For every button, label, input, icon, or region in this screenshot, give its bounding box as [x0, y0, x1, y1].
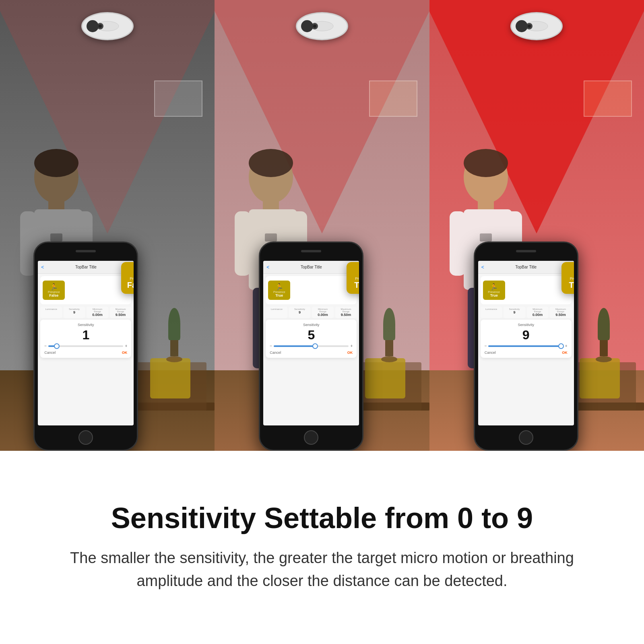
panel-3-phone-screen: < TopBar Title 🏃 Presence True 🏃 — [478, 261, 574, 425]
panel-2-slider-track[interactable] — [274, 345, 349, 347]
panel-1-slider-minus[interactable]: − — [44, 344, 47, 348]
panel-3-slider-minus[interactable]: − — [485, 344, 487, 348]
panel-3-stat-luminance: Luminance — [481, 307, 502, 318]
panel-1-back-arrow[interactable]: < — [41, 264, 44, 270]
panel-3-cancel-btn[interactable]: Cancel — [485, 351, 496, 355]
panel-3-app-header: < TopBar Title — [478, 261, 574, 274]
panel-2-slider-fill — [274, 345, 315, 347]
panel-2-back-arrow[interactable]: < — [266, 264, 269, 270]
svg-point-16 — [249, 149, 293, 177]
image-area: < TopBar Title 🏃 Presence False — [0, 0, 644, 451]
panel-1-max-val: 9.50m — [111, 313, 130, 317]
panel-3-stats-row: Luminance Sensitivity 9 MinimumRange 0.0… — [481, 307, 572, 318]
panel-1-status-label: Presence — [47, 291, 61, 293]
panel-1-phone-speaker — [76, 250, 96, 252]
panel-3-back-arrow[interactable]: < — [481, 264, 484, 270]
panel-1-presence-badge-large: 🏃 Presence False — [121, 262, 134, 294]
panel-2-slider-row: − + — [270, 344, 353, 348]
panel-2-phone-speaker — [301, 250, 321, 252]
svg-point-26 — [528, 25, 531, 28]
panel-1-phone: < TopBar Title 🏃 Presence False — [29, 242, 142, 451]
panel-1-stat-min: MinimumRange 0.00m — [87, 307, 108, 318]
panel-1-stat-max: MaximumRange 9.50m — [110, 307, 132, 318]
panel-3-sensor-device — [510, 12, 563, 40]
panel-2-run-icon: 🏃 — [357, 266, 359, 277]
panel-1-plant — [166, 308, 182, 362]
panel-2-app-header: < TopBar Title — [263, 261, 359, 274]
panel-3-slider-track[interactable] — [488, 345, 563, 347]
panel-2-sensor-device — [296, 12, 348, 40]
panel-3-chair — [580, 358, 620, 398]
panel-2-cancel-btn[interactable]: Cancel — [270, 351, 281, 355]
panel-1-presence-small-badge: 🏃 Presence False — [43, 281, 65, 300]
panel-2-phone: < TopBar Title 🏃 Presence True 🏃 — [255, 242, 367, 451]
panel-1-slider-plus[interactable]: + — [125, 344, 127, 348]
panel-2-stat-min: MinimumRange 0.00m — [312, 307, 334, 318]
panel-3-main-card: 🏃 Presence True 🏃 Presence True — [481, 276, 572, 304]
panel-2-ok-btn[interactable]: OK — [347, 351, 353, 355]
panel-1-run-icon: 🏃 — [132, 266, 134, 277]
panel-3-run-icon: 🏃 — [572, 266, 574, 277]
panel-1-luminance-label: Luminance — [41, 308, 61, 310]
panel-3-sens-value: 9 — [485, 328, 568, 341]
panel-2-phone-screen: < TopBar Title 🏃 Presence True 🏃 — [263, 261, 359, 425]
panel-2-stats-row: Luminance Sensitivity 9 MinimumRange 0.0… — [266, 307, 357, 318]
panel-3-ok-btn[interactable]: OK — [562, 351, 568, 355]
panel-2-main-card: 🏃 Presence True 🏃 Presence True — [266, 276, 357, 304]
panel-3-home-btn[interactable] — [519, 430, 533, 445]
panel-3-presence-badge-large: 🏃 Presence True — [561, 262, 574, 294]
panel-1-stat-sensitivity: Sensitivity 9 — [64, 307, 85, 318]
panel-2-slider-minus[interactable]: − — [270, 344, 272, 348]
panel-3-stat-max: MaximumRange 9.50m — [550, 307, 572, 318]
panel-1-cancel-btn[interactable]: Cancel — [44, 351, 56, 355]
panel-1-stats-row: Luminance Sensitivity 9 MinimumRange 0.0… — [40, 307, 131, 318]
panel-1: < TopBar Title 🏃 Presence False — [0, 0, 215, 451]
panel-1-topbar-title: TopBar Title — [75, 265, 97, 269]
panel-3-slider-plus[interactable]: + — [565, 344, 568, 348]
panel-2-sensitivity-dialog: Sensitivity 5 − + Can — [266, 320, 357, 358]
svg-rect-31 — [450, 211, 466, 276]
panel-1-slider-track[interactable] — [48, 345, 123, 347]
panel-3-sens-title: Sensitivity — [485, 323, 568, 327]
panel-1-slider-thumb — [54, 343, 60, 349]
panel-2-status-value-small: True — [272, 293, 286, 297]
panel-3-presence-value: True — [569, 281, 574, 290]
panel-1-dialog-buttons: Cancel OK — [44, 351, 127, 355]
svg-point-2 — [99, 25, 102, 28]
panel-1-min-val: 0.00m — [88, 313, 107, 317]
panel-1-home-btn[interactable] — [78, 430, 93, 445]
panel-2-home-btn[interactable] — [304, 430, 318, 445]
panel-2-chair — [365, 358, 405, 398]
panel-1-sens-value: 1 — [44, 328, 127, 341]
svg-point-28 — [464, 149, 508, 177]
panel-3-slider-thumb — [558, 343, 564, 349]
panel-1-sens-title: Sensitivity — [44, 323, 127, 327]
panel-2-presence-label: Presence — [355, 277, 359, 281]
panel-1-sensor-device — [81, 12, 134, 40]
bottom-text-area: Sensitivity Settable from 0 to 9 The sma… — [0, 451, 644, 644]
panel-1-ok-btn[interactable]: OK — [122, 351, 128, 355]
panel-3-status-label: Presence — [487, 291, 501, 293]
panel-3-luminance-label: Luminance — [482, 308, 501, 310]
panel-2-stat-sensitivity: Sensitivity 9 — [289, 307, 311, 318]
panel-1-artwork — [154, 80, 202, 117]
panel-1-phone-screen: < TopBar Title 🏃 Presence False — [38, 261, 134, 425]
svg-point-4 — [34, 149, 78, 177]
panel-2-slider-thumb — [312, 343, 318, 349]
panel-3-dialog-buttons: Cancel OK — [485, 351, 568, 355]
panel-3-stat-sensitivity: Sensitivity 9 — [504, 307, 525, 318]
panel-3-sensitivity-dialog: Sensitivity 9 − + Can — [481, 320, 572, 358]
panel-3-phone: < TopBar Title 🏃 Presence True 🏃 — [470, 242, 582, 451]
panel-1-chair — [150, 358, 190, 398]
panel-1-status-value-small: False — [47, 293, 61, 297]
panel-3-presence-small-badge: 🏃 Presence True — [483, 281, 505, 300]
panel-2-luminance-label: Luminance — [267, 308, 286, 310]
panel-1-stat-luminance: Luminance — [40, 307, 62, 318]
svg-rect-11 — [50, 233, 62, 242]
svg-rect-35 — [480, 233, 492, 242]
panel-2-slider-plus[interactable]: + — [350, 344, 353, 348]
panel-3-slider-fill — [488, 345, 563, 347]
panel-2-sens-value: 5 — [270, 328, 353, 341]
panel-3-plant — [596, 308, 612, 362]
svg-point-14 — [313, 25, 316, 28]
